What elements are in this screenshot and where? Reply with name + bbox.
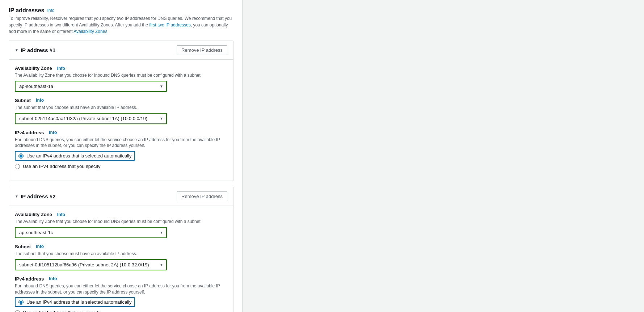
section-description: To improve reliability, Resolver require…: [9, 15, 233, 35]
ip-address-2-body: Availability Zone Info The Availability …: [9, 206, 233, 312]
az-1-label: Availability Zone Info: [15, 66, 227, 71]
az-1-select[interactable]: ap-southeast-1a ap-southeast-1b ap-south…: [15, 81, 167, 92]
ip-address-1-card: ▼ IP address #1 Remove IP address Availa…: [9, 41, 233, 181]
section-title: IP addresses: [9, 7, 44, 14]
right-panel: [243, 0, 644, 312]
availability-zones-link[interactable]: Availability Zones: [73, 29, 107, 34]
ip-address-2-card: ▼ IP address #2 Remove IP address Availa…: [9, 187, 233, 312]
az-1-select-wrapper: ap-southeast-1a ap-southeast-1b ap-south…: [15, 81, 167, 92]
ip-address-1-header: ▼ IP address #1 Remove IP address: [9, 41, 233, 60]
ipv4-2-label: IPv4 address Info: [15, 276, 227, 282]
subnet-1-desc: The subnet that you choose must have an …: [15, 105, 227, 111]
subnet-2-select[interactable]: subnet-0df105112baf66a96 (Private subnet…: [15, 259, 167, 270]
ipv4-1-auto-box: Use an IPv4 address that is selected aut…: [15, 151, 135, 161]
subnet-2-label: Subnet Info: [15, 244, 227, 249]
az-2-select-wrapper: ap-southeast-1a ap-southeast-1b ap-south…: [15, 227, 167, 238]
ipv4-2-manual-option[interactable]: Use an IPv4 address that you specify: [15, 310, 227, 312]
subnet-2-select-wrapper: subnet-0df105112baf66a96 (Private subnet…: [15, 259, 167, 270]
ip-address-1-title: ▼ IP address #1: [15, 47, 55, 53]
chevron-down-icon: ▼: [15, 48, 18, 52]
ipv4-2-manual-label: Use an IPv4 address that you specify: [23, 310, 101, 312]
subnet-1-info-link[interactable]: Info: [36, 98, 44, 103]
az-2-select[interactable]: ap-southeast-1a ap-southeast-1b ap-south…: [15, 227, 167, 238]
subnet-2-desc: The subnet that you choose must have an …: [15, 251, 227, 257]
subnet-1-label: Subnet Info: [15, 98, 227, 103]
ip-address-2-label: IP address #2: [21, 193, 55, 199]
ipv4-1-manual-label: Use an IPv4 address that you specify: [23, 164, 101, 169]
az-1-group: Availability Zone Info The Availability …: [15, 66, 227, 92]
ipv4-2-manual-radio[interactable]: [15, 310, 20, 312]
ip-addresses-section-header: IP addresses Info: [9, 7, 233, 14]
az-1-desc: The Availability Zone that you choose fo…: [15, 72, 227, 79]
ipv4-1-radio-group: Use an IPv4 address that is selected aut…: [15, 151, 227, 169]
ipv4-1-auto-radio[interactable]: [18, 153, 24, 159]
az-2-label: Availability Zone Info: [15, 212, 227, 217]
az-2-info-link[interactable]: Info: [57, 212, 65, 217]
ipv4-1-group: IPv4 address Info For inbound DNS querie…: [15, 130, 227, 169]
az-2-desc: The Availability Zone that you choose fo…: [15, 219, 227, 225]
ipv4-2-auto-radio[interactable]: [18, 300, 24, 305]
ipv4-2-auto-option[interactable]: Use an IPv4 address that is selected aut…: [15, 297, 227, 307]
remove-ip-2-button[interactable]: Remove IP address: [177, 191, 227, 201]
ip-address-1-label: IP address #1: [21, 47, 55, 53]
ipv4-1-manual-option[interactable]: Use an IPv4 address that you specify: [15, 164, 227, 169]
subnet-1-select-wrapper: subnet-025114ac0aa11f32a (Private subnet…: [15, 113, 167, 124]
ipv4-2-desc: For inbound DNS queries, you can either …: [15, 283, 227, 295]
ipv4-2-group: IPv4 address Info For inbound DNS querie…: [15, 276, 227, 312]
az-2-group: Availability Zone Info The Availability …: [15, 212, 227, 238]
ipv4-2-auto-box: Use an IPv4 address that is selected aut…: [15, 297, 135, 307]
subnet-1-group: Subnet Info The subnet that you choose m…: [15, 98, 227, 124]
chevron-down-icon-2: ▼: [15, 194, 18, 198]
az-1-info-link[interactable]: Info: [57, 66, 65, 71]
ipv4-1-manual-radio[interactable]: [15, 164, 20, 169]
subnet-2-group: Subnet Info The subnet that you choose m…: [15, 244, 227, 270]
subnet-2-info-link[interactable]: Info: [36, 244, 44, 249]
ip-address-1-body: Availability Zone Info The Availability …: [9, 60, 233, 181]
ipv4-1-auto-label: Use an IPv4 address that is selected aut…: [26, 153, 131, 159]
ipv4-1-info-link[interactable]: Info: [49, 130, 57, 135]
ip-address-2-title: ▼ IP address #2: [15, 193, 55, 199]
section-info-link[interactable]: Info: [47, 8, 54, 13]
ipv4-1-desc: For inbound DNS queries, you can either …: [15, 137, 227, 149]
ip-address-2-header: ▼ IP address #2 Remove IP address: [9, 187, 233, 206]
subnet-1-select[interactable]: subnet-025114ac0aa11f32a (Private subnet…: [15, 113, 167, 124]
ipv4-2-info-link[interactable]: Info: [49, 276, 57, 281]
ipv4-2-auto-label: Use an IPv4 address that is selected aut…: [26, 299, 131, 305]
remove-ip-1-button[interactable]: Remove IP address: [177, 45, 227, 55]
ipv4-1-label: IPv4 address Info: [15, 130, 227, 135]
ipv4-2-radio-group: Use an IPv4 address that is selected aut…: [15, 297, 227, 312]
ipv4-1-auto-option[interactable]: Use an IPv4 address that is selected aut…: [15, 151, 227, 161]
first-two-link[interactable]: first two IP addresses: [149, 22, 191, 28]
